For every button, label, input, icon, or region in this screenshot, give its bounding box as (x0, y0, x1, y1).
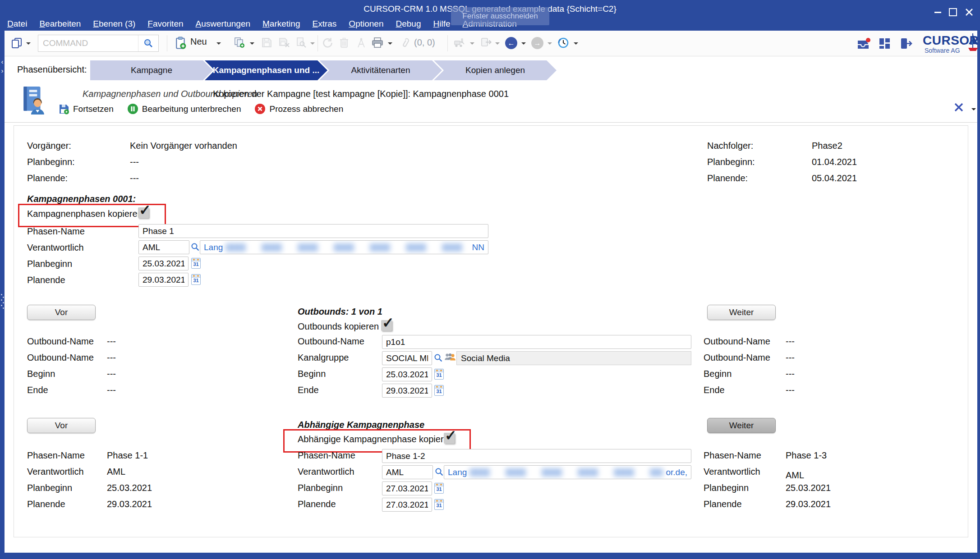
verantwortlich-key-input[interactable] (382, 465, 433, 479)
menu-item-hilfe[interactable]: Hilfe (433, 19, 450, 29)
window-list-caret-icon[interactable] (26, 42, 31, 45)
verantwortlich-label: Verantwortlich (298, 467, 354, 477)
menu-item-optionen[interactable]: Optionen (349, 19, 383, 29)
ende-label: Ende (27, 385, 48, 395)
copy-dependent-checkbox[interactable] (444, 433, 455, 444)
menu-item-extras[interactable]: Extras (312, 19, 336, 29)
phasen-name-input[interactable] (382, 449, 691, 463)
new-record-icon[interactable] (175, 36, 187, 50)
phasen-name-label: Phasen-Name (27, 450, 85, 461)
beginn-value: --- (786, 369, 795, 379)
menu-item-marketing[interactable]: Marketing (262, 19, 300, 29)
lookup-search-icon[interactable] (191, 243, 200, 252)
predecessor-value: Kein Vorgänger vorhanden (130, 141, 237, 151)
abort-label: Prozess abbrechen (269, 104, 343, 114)
pause-editing-button[interactable]: Bearbeitung unterbrechen (127, 103, 241, 115)
planbeginn-label: Planbeginn (298, 483, 343, 493)
copy-caret-icon[interactable] (250, 42, 254, 45)
phasen-name-input[interactable] (138, 224, 488, 238)
planende-value: 29.03.2021 (786, 499, 831, 509)
planbeginn-input[interactable] (382, 481, 432, 495)
toolbar-separator (317, 35, 318, 51)
planbeginn-input[interactable] (138, 257, 189, 270)
document-search-icon (296, 37, 306, 48)
window-list-icon[interactable] (11, 37, 23, 49)
tab-kampagnenphasen[interactable]: Kampagnenphasen und ... (205, 60, 327, 80)
calendar-icon[interactable] (434, 483, 444, 494)
save-continue-icon (59, 104, 69, 115)
verantwortlich-value: AML (786, 470, 804, 481)
command-input[interactable] (38, 38, 138, 48)
maximize-button[interactable] (947, 6, 959, 18)
history-caret-icon[interactable] (574, 42, 578, 45)
history-icon[interactable] (557, 37, 569, 49)
lookup-search-icon[interactable] (435, 467, 444, 477)
print-icon[interactable] (372, 37, 383, 48)
search-button[interactable] (138, 35, 158, 51)
drag-handle-dot (1, 305, 2, 306)
logout-icon[interactable] (900, 37, 914, 50)
ende-input[interactable] (382, 384, 432, 398)
planbeginn-label: Planbeginn (27, 483, 72, 493)
refresh-icon (322, 37, 333, 48)
calendar-icon[interactable] (434, 385, 444, 396)
expand-left-icon[interactable]: › (0, 67, 5, 75)
save-close-icon (279, 37, 290, 48)
menu-item-debug[interactable]: Debug (396, 19, 421, 29)
kanalgruppe-key-input[interactable] (382, 351, 432, 365)
tab-kopien-anlegen[interactable]: Kopien anlegen (434, 60, 557, 80)
menu-item-bearbeiten[interactable]: Bearbeiten (39, 19, 81, 29)
inbox-icon[interactable] (856, 37, 870, 50)
menu-item-datei[interactable]: Datei (7, 19, 27, 29)
menu-item-ebenen[interactable]: Ebenen (3) (93, 19, 135, 29)
close-icon (965, 8, 973, 16)
minimize-icon (934, 12, 941, 13)
new-button-label[interactable]: Neu (190, 37, 207, 47)
link-text-start: Lang (448, 467, 467, 477)
calendar-icon[interactable] (434, 369, 444, 380)
abort-process-button[interactable]: Prozess abbrechen (254, 103, 343, 115)
successor-label: Nachfolger: (707, 141, 753, 151)
phasen-name-label: Phasen-Name (27, 226, 85, 237)
export-icon (481, 37, 492, 48)
navigate-back-icon[interactable]: ← (505, 37, 517, 49)
search-icon (143, 38, 153, 48)
planende-input[interactable] (382, 498, 432, 512)
ende-label: Ende (298, 385, 319, 395)
back-caret-icon[interactable] (521, 42, 526, 45)
menu-item-favoriten[interactable]: Favoriten (147, 19, 183, 29)
close-process-button[interactable] (953, 102, 967, 115)
dashboard-grid-icon[interactable] (879, 37, 891, 50)
continue-button[interactable]: Fortsetzen (59, 104, 114, 115)
verantwortlich-key-input[interactable] (138, 240, 189, 254)
transport-caret-icon (470, 42, 474, 45)
calendar-icon[interactable] (434, 499, 444, 510)
vor-button[interactable]: Vor (27, 418, 96, 433)
kanalgruppe-label: Kanalgruppe (298, 353, 349, 363)
menu-item-auswertungen[interactable]: Auswertungen (196, 19, 250, 29)
collapse-left-icon[interactable]: ‹ (0, 58, 5, 66)
tab-kampagne[interactable]: Kampagne (90, 60, 213, 80)
verantwortlich-link-field[interactable]: Lang NN (200, 240, 488, 254)
vor-button[interactable]: Vor (27, 305, 96, 320)
close-options-caret-icon[interactable] (971, 108, 976, 110)
copy-record-icon[interactable] (234, 37, 245, 48)
tab-aktivitaetenarten[interactable]: Aktivitätenarten (319, 60, 442, 80)
copy-phases-checkbox[interactable] (138, 207, 149, 218)
minimize-button[interactable] (932, 6, 943, 18)
verantwortlich-link-field[interactable]: Lang or.de, (444, 465, 691, 479)
lookup-search-icon[interactable] (434, 353, 443, 362)
new-button-caret-icon[interactable] (216, 42, 221, 45)
copy-outbounds-checkbox[interactable] (381, 320, 392, 331)
calendar-icon[interactable] (191, 258, 201, 269)
weiter-button[interactable]: Weiter (707, 305, 776, 320)
close-button[interactable] (963, 6, 975, 18)
beginn-input[interactable] (382, 367, 432, 381)
calendar-icon[interactable] (191, 274, 201, 285)
print-caret-icon[interactable] (388, 42, 392, 45)
outbound-name-input[interactable] (382, 335, 691, 349)
planende-input[interactable] (138, 273, 189, 287)
planbeginn-label: Planbeginn (27, 259, 72, 269)
weiter-button[interactable]: Weiter (707, 418, 776, 433)
forward-caret-icon (548, 42, 552, 45)
